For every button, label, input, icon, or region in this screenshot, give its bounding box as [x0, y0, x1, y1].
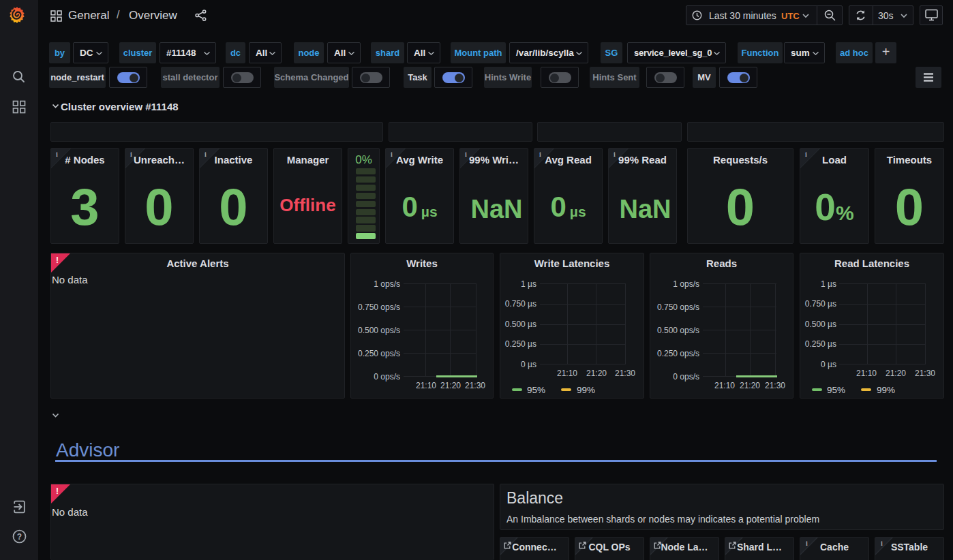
svg-text:?: ? — [17, 532, 22, 542]
